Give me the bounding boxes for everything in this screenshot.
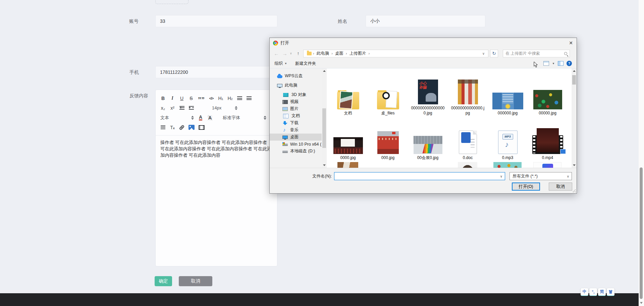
header-2-button[interactable]: H2: [227, 95, 233, 102]
sidebar-item-cloud[interactable]: WPS云盘: [270, 72, 327, 80]
italic-button[interactable]: I: [170, 95, 175, 102]
page-scrollbar-thumb[interactable]: [640, 167, 643, 299]
sidebar-item-cube[interactable]: 3D 对象: [270, 91, 327, 98]
breadcrumb-segment[interactable]: 此电脑: [314, 51, 332, 56]
file-item[interactable]: 00000000000000.jpg: [448, 71, 488, 116]
strike-button[interactable]: S: [189, 95, 194, 102]
view-mode-icon[interactable]: [543, 61, 549, 66]
superscript-button[interactable]: x²: [170, 104, 175, 112]
file-item[interactable]: 00000.jpg: [528, 71, 568, 116]
form-cancel-button[interactable]: 取消: [179, 276, 212, 286]
link-button[interactable]: [179, 124, 184, 131]
up-icon[interactable]: ↑: [295, 51, 302, 56]
submit-button[interactable]: 确定: [155, 276, 172, 286]
back-icon[interactable]: ←: [273, 51, 280, 56]
list-ordered-button[interactable]: [237, 95, 242, 102]
img-petals-thumbnail-partial[interactable]: [337, 162, 358, 168]
breadcrumb-segment[interactable]: 上传图片: [347, 51, 369, 56]
img-phone-thumbnail-partial[interactable]: [533, 162, 561, 168]
file-item[interactable]: 文档: [328, 71, 368, 116]
sidebar-scrollbar[interactable]: [322, 68, 327, 168]
sidebar-item-download[interactable]: 下载: [270, 119, 327, 126]
align-button[interactable]: [160, 124, 166, 131]
color-button[interactable]: A: [198, 114, 203, 121]
sidebar-item-desktop[interactable]: 桌面: [270, 134, 327, 141]
size-picker-chevron-icon: [235, 106, 237, 110]
code-block-icon: </>: [209, 96, 214, 100]
close-icon[interactable]: ✕: [565, 38, 577, 48]
upload-placeholder[interactable]: [155, 0, 189, 4]
scroll-down-icon[interactable]: [573, 164, 576, 166]
page-scrollbar[interactable]: [639, 0, 644, 306]
ime-lang-button[interactable]: 中: [581, 288, 588, 296]
account-input[interactable]: [155, 15, 277, 27]
forward-icon[interactable]: →: [281, 51, 288, 56]
font-picker[interactable]: 标准字体: [223, 115, 266, 121]
ime-simplified-button[interactable]: 简: [598, 288, 606, 296]
scroll-up-icon[interactable]: [323, 70, 326, 72]
sidebar-item-os-drive[interactable]: Win 10 Pro x64 (: [270, 141, 327, 148]
view-mode-chevron-icon[interactable]: ▼: [552, 62, 555, 65]
file-item[interactable]: 00会展0.jpg: [408, 116, 448, 160]
filetype-select[interactable]: 所有文件 (*.*) ∨: [509, 172, 572, 180]
video-icon: [199, 125, 205, 130]
file-item[interactable]: 0.doc: [448, 116, 488, 160]
list-bullet-button[interactable]: [246, 95, 252, 102]
file-item[interactable]: 0000000000000000.jpg: [408, 71, 448, 116]
indent-button[interactable]: [189, 104, 194, 112]
ime-punct-button[interactable]: °,: [589, 288, 597, 296]
address-chevron-icon[interactable]: ∨: [481, 52, 486, 55]
subscript-button[interactable]: x₂: [160, 104, 166, 112]
sidebar-item-music[interactable]: 音乐: [270, 126, 327, 134]
img-portrait-thumbnail-partial[interactable]: [458, 162, 477, 168]
file-item[interactable]: 0.mp4: [528, 116, 568, 160]
file-item[interactable]: 0.mp3: [488, 116, 528, 160]
file-item[interactable]: 000000.jpg: [488, 71, 528, 116]
sidebar-item-film[interactable]: 视频: [270, 98, 327, 105]
scroll-up-icon[interactable]: [573, 70, 576, 72]
file-list-scrollbar-thumb[interactable]: [572, 75, 576, 85]
preview-pane-icon[interactable]: [558, 61, 564, 66]
sidebar-item-drive[interactable]: 本地磁盘 (D:): [270, 148, 327, 155]
file-list-scrollbar[interactable]: [572, 68, 577, 168]
resize-grip[interactable]: [573, 189, 576, 193]
film-icon: [282, 100, 288, 104]
history-chevron-icon[interactable]: ∨: [290, 52, 293, 55]
organize-button[interactable]: 组织 ▼: [274, 61, 287, 66]
video-button[interactable]: [199, 124, 205, 131]
blockquote-button[interactable]: ””: [198, 95, 205, 102]
image-button[interactable]: [189, 124, 195, 131]
open-button[interactable]: 打开(O): [512, 183, 540, 191]
breadcrumb-segment[interactable]: 桌面: [333, 51, 346, 56]
outdent-button[interactable]: [179, 104, 184, 112]
sidebar-scrollbar-thumb[interactable]: [322, 108, 326, 148]
file-item[interactable]: 桌_files: [368, 71, 408, 116]
name-input[interactable]: [366, 15, 485, 27]
scroll-down-icon[interactable]: [640, 302, 643, 304]
size-picker[interactable]: 14px: [198, 105, 237, 110]
editor-content[interactable]: 操作者 可在此添加内容操作者 可在此添加内容操作者 可在此添加内容操作者 可在此…: [156, 136, 277, 162]
filename-input[interactable]: [334, 172, 498, 180]
search-box[interactable]: 在 上传图片 中搜索: [503, 50, 570, 57]
scroll-down-icon[interactable]: [323, 164, 326, 166]
filename-chevron-icon[interactable]: ∨: [498, 174, 505, 178]
sidebar-item-document[interactable]: 文档: [270, 112, 327, 119]
sidebar-item-computer[interactable]: 此电脑: [270, 82, 327, 89]
bold-button[interactable]: B: [160, 95, 166, 102]
sidebar-item-picture[interactable]: 图片: [270, 105, 327, 112]
help-icon[interactable]: ?: [567, 61, 572, 66]
clean-button[interactable]: Tx: [170, 124, 175, 131]
ime-skin-button[interactable]: [607, 288, 614, 296]
paragraph-picker[interactable]: 文本: [160, 115, 194, 121]
file-item[interactable]: 0000.jpg: [328, 116, 368, 160]
background-button[interactable]: A: [207, 114, 213, 121]
new-folder-button[interactable]: 新建文件夹: [295, 61, 316, 66]
dialog-cancel-button[interactable]: 取消: [549, 183, 572, 191]
file-item[interactable]: 000.jpg: [368, 116, 408, 160]
code-block-button[interactable]: </>: [209, 95, 214, 102]
link-icon: [179, 124, 185, 130]
img-teal-thumbnail-partial[interactable]: [493, 162, 522, 168]
refresh-button[interactable]: ↻: [490, 50, 498, 57]
header-1-button[interactable]: H1: [218, 95, 223, 102]
underline-button[interactable]: U: [179, 95, 184, 102]
